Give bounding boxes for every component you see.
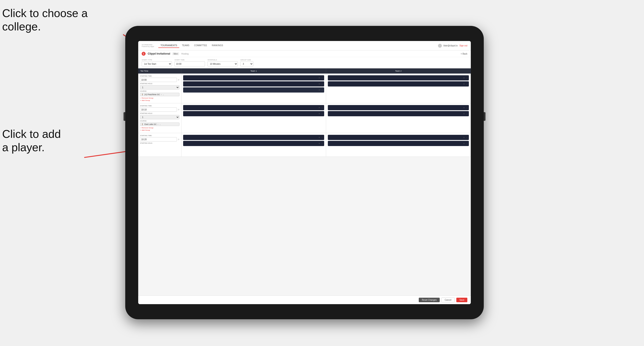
group-size-select[interactable]: 3 xyxy=(240,61,253,66)
course-name-1: (A) Peachtree GC xyxy=(144,93,160,96)
chevron2-icon-3a[interactable]: ⌄ xyxy=(466,137,468,139)
team1-cell-2: ✕ ⌄ ✕ ⌄ xyxy=(182,103,326,133)
tablet-screen: SCOREBOARD Powered by clippd TOURNAMENTS… xyxy=(138,41,471,304)
team2-slot-3a[interactable]: ✕ ⌄ xyxy=(328,135,469,140)
team1-cell-1: ✕ ⌄ ✕ ⌄ ✕ ⌄ xyxy=(182,74,326,103)
team2-slot-3b[interactable]: ✕ ⌄ xyxy=(328,141,469,146)
add-group-1[interactable]: + Add Group xyxy=(140,99,180,101)
chevron-icon-1c[interactable]: ⌄ xyxy=(321,89,323,91)
starting-time-input-2[interactable] xyxy=(140,107,177,112)
team2-slot-1a[interactable]: ✕ ⌄ xyxy=(328,75,469,80)
course-label-1: COURSE: xyxy=(140,90,180,92)
annotation-choose-college: Click to choose a college. xyxy=(2,6,88,33)
chevron2-icon-3b[interactable]: ⌄ xyxy=(466,143,468,145)
team2-cell-1: ✕ ⌄ ✕ ⌄ xyxy=(326,74,471,103)
sign-out-link[interactable]: Sign out xyxy=(459,44,467,47)
expand-icon-2a[interactable]: ✕ xyxy=(318,107,320,109)
save-button[interactable]: Save xyxy=(456,298,467,302)
team2-slot-1b[interactable]: ✕ ⌄ xyxy=(328,81,469,86)
course-label-2: COURSE: xyxy=(140,120,180,122)
course-badge-2[interactable]: 🏌 East Lake GC × ⌄ xyxy=(140,123,180,126)
nav-links: TOURNAMENTS TEAMS COMMITTEE RANKINGS xyxy=(158,43,438,48)
col-team2: Team 2 xyxy=(326,68,471,74)
player-slot-3b[interactable]: ✕ ⌄ xyxy=(183,141,324,146)
course-chevron-1[interactable]: ⌄ xyxy=(162,94,164,96)
course-badge-1[interactable]: 🏌 (A) Peachtree GC × ⌄ xyxy=(140,93,180,96)
expand2-icon-3a[interactable]: ✕ xyxy=(463,137,465,139)
scroll-content[interactable]: STARTING TIME: ⏱ STARTING HOLE: 1 COURSE… xyxy=(138,74,471,296)
cancel-button[interactable]: Cancel xyxy=(442,298,454,302)
starting-hole-select-1[interactable]: 1 xyxy=(140,85,180,90)
tablet-notch-right xyxy=(484,112,486,121)
expand-icon-1b[interactable]: ✕ xyxy=(318,83,320,85)
nav-user: blair@clippd.io Sign out xyxy=(438,44,467,48)
chevron-icon-1b[interactable]: ⌄ xyxy=(321,83,323,85)
chevron2-icon-1b[interactable]: ⌄ xyxy=(466,83,468,85)
expand-icon-3a[interactable]: ✕ xyxy=(318,137,320,139)
expand-icon-1a[interactable]: ✕ xyxy=(318,77,320,79)
remove-course-1[interactable]: × xyxy=(161,94,162,96)
group-left-3: STARTING TIME: ⏱ STARTING HOLE: xyxy=(138,133,182,157)
remove-icon-2: ○ xyxy=(140,127,141,129)
expand2-icon-1b[interactable]: ✕ xyxy=(463,83,465,85)
bottom-bar: Reset Changes Cancel Save xyxy=(138,296,471,304)
player-slot-2a[interactable]: ✕ ⌄ xyxy=(183,105,324,110)
expand-icon-2b[interactable]: ✕ xyxy=(318,113,320,115)
remove-group-2[interactable]: ○ Remove Group xyxy=(140,127,180,129)
tournament-title: Clippd Invitational xyxy=(148,52,170,55)
chevron2-icon-2a[interactable]: ⌄ xyxy=(466,107,468,109)
start-type-select[interactable]: 1st Tee Start xyxy=(142,61,172,66)
expand-icon-1c[interactable]: ✕ xyxy=(318,89,320,91)
chevron-icon-2b[interactable]: ⌄ xyxy=(321,113,323,115)
start-time-group: Start Time xyxy=(174,59,205,66)
nav-link-teams[interactable]: TEAMS xyxy=(180,43,191,48)
chevron-icon-3b[interactable]: ⌄ xyxy=(321,143,323,145)
player-slot-1c[interactable]: ✕ ⌄ xyxy=(183,87,324,93)
expand2-icon-2a[interactable]: ✕ xyxy=(463,107,465,109)
player-slot-1b[interactable]: ✕ ⌄ xyxy=(183,81,324,86)
starting-hole-select-2[interactable]: 1 xyxy=(140,115,180,119)
reset-changes-button[interactable]: Reset Changes xyxy=(419,298,440,302)
intervals-group: Intervals 10 Minutes xyxy=(208,59,238,66)
expand2-icon-2b[interactable]: ✕ xyxy=(463,113,465,115)
player-slot-1a[interactable]: ✕ ⌄ xyxy=(183,75,324,80)
remove-icon-1: ○ xyxy=(140,97,141,99)
expand2-icon-3b[interactable]: ✕ xyxy=(463,143,465,145)
intervals-select[interactable]: 10 Minutes xyxy=(208,61,238,66)
add-group-2[interactable]: + Add Group xyxy=(140,129,180,131)
team2-slot-2b[interactable]: ✕ ⌄ xyxy=(328,111,469,116)
start-type-group: Start Type 1st Tee Start xyxy=(142,59,172,66)
nav-bar: SCOREBOARD Powered by clippd TOURNAMENTS… xyxy=(138,41,471,50)
intervals-label: Intervals xyxy=(208,59,238,61)
chevron2-icon-2b[interactable]: ⌄ xyxy=(466,113,468,115)
player-slot-3a[interactable]: ✕ ⌄ xyxy=(183,135,324,140)
back-button[interactable]: < Back xyxy=(461,53,467,55)
group-actions-2: ○ Remove Group + Add Group xyxy=(140,127,180,131)
chevron-icon-3a[interactable]: ⌄ xyxy=(321,137,323,139)
remove-course-2[interactable]: × xyxy=(158,123,158,125)
expand2-icon-1a[interactable]: ✕ xyxy=(463,77,465,79)
team2-cell-2: ✕ ⌄ ✕ ⌄ xyxy=(326,103,471,133)
form-row: Start Type 1st Tee Start Start Time Inte… xyxy=(138,57,471,68)
start-time-input[interactable] xyxy=(174,61,205,66)
starting-time-input-3[interactable] xyxy=(140,137,177,142)
starting-hole-label-3: STARTING HOLE: xyxy=(140,142,180,144)
nav-link-rankings[interactable]: RANKINGS xyxy=(210,43,225,48)
nav-link-committee[interactable]: COMMITTEE xyxy=(192,43,209,48)
table-header: Tee Time Team 1 Team 2 xyxy=(138,68,471,74)
player-slot-2b[interactable]: ✕ ⌄ xyxy=(183,111,324,116)
team2-slot-2a[interactable]: ✕ ⌄ xyxy=(328,105,469,110)
chevron2-icon-1a[interactable]: ⌄ xyxy=(466,77,468,79)
nav-logo: SCOREBOARD Powered by clippd xyxy=(142,44,154,47)
remove-group-1[interactable]: ○ Remove Group xyxy=(140,97,180,99)
chevron-icon-1a[interactable]: ⌄ xyxy=(321,77,323,79)
starting-time-label-2: STARTING TIME: xyxy=(140,105,180,107)
starting-time-label-3: STARTING TIME: xyxy=(140,135,180,136)
expand-icon-3b[interactable]: ✕ xyxy=(318,143,320,145)
starting-time-input-1[interactable] xyxy=(140,78,177,82)
tournament-badge: Men xyxy=(172,52,179,55)
course-chevron-2[interactable]: ⌄ xyxy=(160,123,161,125)
group-size-label: Group Size xyxy=(240,59,253,61)
nav-link-tournaments[interactable]: TOURNAMENTS xyxy=(158,43,179,48)
chevron-icon-2a[interactable]: ⌄ xyxy=(321,107,323,109)
